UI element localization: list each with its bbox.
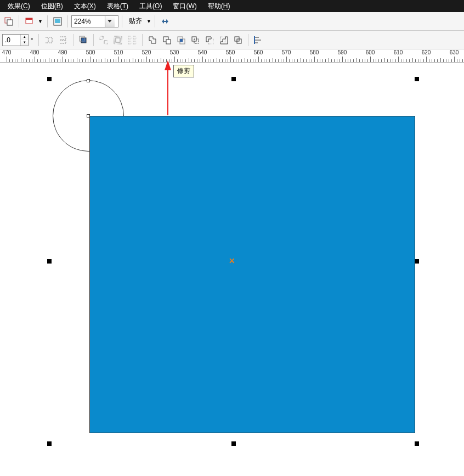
app-icon[interactable] <box>51 15 64 28</box>
launch-icon[interactable] <box>22 15 36 28</box>
toolbar-property: ▴▾ ° <box>0 31 464 49</box>
boundary-icon[interactable] <box>231 33 245 47</box>
separator <box>93 34 94 46</box>
svg-rect-9 <box>104 41 107 44</box>
group-icon[interactable] <box>111 33 125 47</box>
mirror-h-icon[interactable] <box>42 33 55 47</box>
svg-rect-14 <box>128 41 131 44</box>
ruler-label: 510 <box>114 49 123 55</box>
ruler-label: 550 <box>226 49 235 55</box>
separator <box>47 15 48 27</box>
dropdown-arrow-icon[interactable]: ▼ <box>146 19 151 24</box>
svg-rect-11 <box>116 38 120 42</box>
dropdown-arrow-icon[interactable]: ▼ <box>38 19 43 24</box>
ruler-label: 570 <box>282 49 291 55</box>
selection-handle[interactable] <box>415 259 419 264</box>
rectangle-shape[interactable] <box>89 116 415 433</box>
align-icon[interactable] <box>252 33 265 47</box>
zoom-dropdown-button[interactable] <box>105 16 115 27</box>
center-marker-icon: ✕ <box>229 256 235 265</box>
degree-label: ° <box>31 37 33 43</box>
selection-handle[interactable] <box>47 259 52 264</box>
separator <box>155 15 155 27</box>
ungroup-all-icon[interactable] <box>126 33 139 47</box>
menu-效果[interactable]: 效果(C) <box>2 2 36 11</box>
menu-位图[interactable]: 位图(B) <box>36 2 69 11</box>
separator <box>73 34 73 46</box>
ruler-label: 600 <box>366 49 375 55</box>
snap-label[interactable]: 贴齐 <box>129 16 142 26</box>
ungroup-icon[interactable] <box>97 33 110 47</box>
separator <box>122 15 122 27</box>
svg-rect-15 <box>133 41 136 44</box>
ruler-label: 530 <box>170 49 179 55</box>
separator <box>19 15 19 27</box>
toolbar-standard: ▼ 贴齐 ▼ <box>0 12 464 31</box>
ruler-label: 610 <box>394 49 403 55</box>
selection-handle[interactable] <box>231 441 236 446</box>
rotation-input-wrap[interactable]: ▴▾ <box>2 34 29 46</box>
svg-rect-23 <box>208 39 213 44</box>
selection-handle[interactable] <box>231 77 236 81</box>
ruler-label: 490 <box>58 49 67 55</box>
node-handle[interactable] <box>87 79 90 82</box>
ruler-label: 620 <box>422 49 431 55</box>
separator <box>248 34 248 46</box>
svg-rect-8 <box>100 36 103 40</box>
ruler-label: 560 <box>254 49 263 55</box>
selection-handle[interactable] <box>47 441 52 446</box>
selection-handle[interactable] <box>415 441 419 446</box>
svg-rect-5 <box>55 19 60 23</box>
separator <box>142 34 143 46</box>
svg-rect-12 <box>128 36 131 39</box>
to-front-icon[interactable] <box>77 33 90 47</box>
canvas-area[interactable]: 修剪 ✕ <box>0 63 464 476</box>
spin-down[interactable]: ▾ <box>21 40 28 46</box>
ruler-label: 540 <box>198 49 207 55</box>
svg-rect-10 <box>114 36 122 44</box>
svg-rect-13 <box>133 36 136 39</box>
svg-rect-1 <box>7 20 13 25</box>
svg-rect-3 <box>26 18 32 20</box>
separator <box>67 15 68 27</box>
ruler-label: 500 <box>86 49 95 55</box>
rotation-input[interactable] <box>3 36 20 44</box>
simplify-icon[interactable] <box>189 33 202 47</box>
ruler-label: 580 <box>310 49 319 55</box>
menu-帮助[interactable]: 帮助(H) <box>202 2 236 11</box>
copy-props-icon[interactable] <box>2 15 15 28</box>
menubar: 效果(C)位图(B)文本(X)表格(T)工具(O)窗口(W)帮助(H) <box>0 0 464 12</box>
back-minus-front-icon[interactable] <box>217 33 230 47</box>
tooltip: 修剪 <box>173 65 194 77</box>
options-icon[interactable] <box>159 15 172 28</box>
ruler-label: 520 <box>142 49 151 55</box>
node-handle[interactable] <box>87 114 90 117</box>
mirror-v-icon[interactable] <box>56 33 70 47</box>
zoom-input[interactable] <box>72 18 105 25</box>
ruler-label: 590 <box>338 49 347 55</box>
spin-up[interactable]: ▴ <box>21 35 28 40</box>
menu-表格[interactable]: 表格(T) <box>101 2 134 11</box>
ruler-label: 480 <box>30 49 39 55</box>
svg-rect-6 <box>81 38 86 43</box>
selection-handle[interactable] <box>415 77 419 81</box>
ruler-label: 630 <box>450 49 459 55</box>
separator <box>38 34 39 46</box>
selection-handle[interactable] <box>47 77 52 81</box>
menu-工具[interactable]: 工具(O) <box>134 2 167 11</box>
zoom-level-combo[interactable] <box>71 15 118 27</box>
menu-窗口[interactable]: 窗口(W) <box>167 2 202 11</box>
menu-文本[interactable]: 文本(X) <box>69 2 101 11</box>
intersect-icon[interactable] <box>174 33 188 47</box>
front-minus-back-icon[interactable] <box>203 33 216 47</box>
ruler-label: 470 <box>2 49 12 55</box>
horizontal-ruler: 4704804905005105205305405505605705805906… <box>0 49 464 63</box>
svg-rect-20 <box>180 39 183 42</box>
weld-icon[interactable] <box>146 33 159 47</box>
trim-icon[interactable] <box>160 33 173 47</box>
svg-rect-17 <box>166 40 171 44</box>
